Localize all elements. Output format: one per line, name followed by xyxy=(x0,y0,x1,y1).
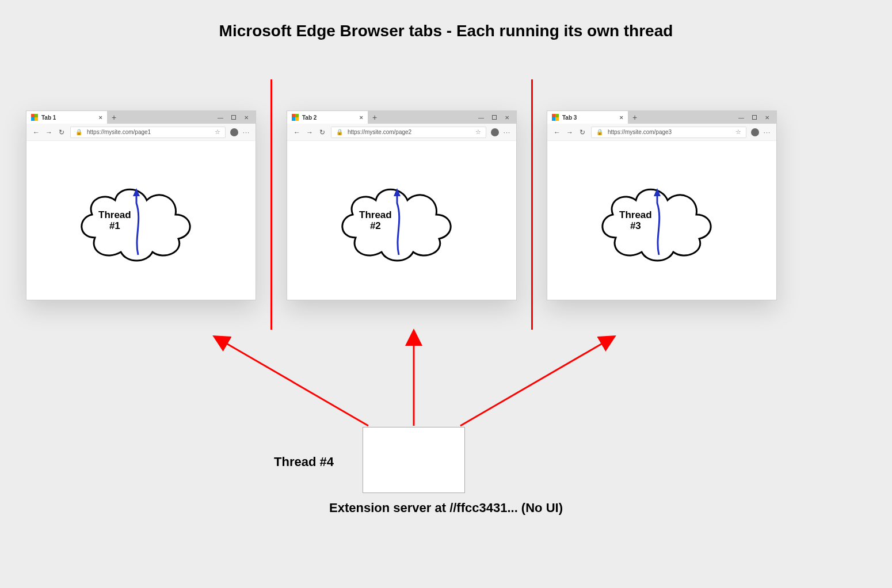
tab-close-icon[interactable]: × xyxy=(620,114,623,121)
close-icon[interactable]: ✕ xyxy=(244,114,249,121)
lock-icon: 🔒 xyxy=(596,129,603,135)
browser-tab[interactable]: Tab 2 × xyxy=(287,111,368,124)
edge-logo-icon xyxy=(31,114,38,121)
close-icon[interactable]: ✕ xyxy=(765,114,769,121)
server-caption: Extension server at //ffcc3431... (No UI… xyxy=(0,501,892,516)
tab-title: Tab 3 xyxy=(562,114,577,121)
url-text: https://mysite.com/page1 xyxy=(87,129,151,135)
url-field[interactable]: 🔒 https://mysite.com/page3 ☆ xyxy=(591,127,746,138)
forward-icon[interactable]: → xyxy=(45,128,53,136)
titlebar: Tab 3 × + — ✕ xyxy=(547,111,776,124)
url-field[interactable]: 🔒 https://mysite.com/page2 ☆ xyxy=(331,127,486,138)
server-thread-label: Thread #4 xyxy=(274,455,334,469)
diagram-title: Microsoft Edge Browser tabs - Each runni… xyxy=(0,22,892,40)
forward-icon[interactable]: → xyxy=(566,128,574,136)
tab-close-icon[interactable]: × xyxy=(99,114,102,121)
thread-cloud-icon xyxy=(72,169,210,272)
more-icon[interactable]: ··· xyxy=(504,129,510,136)
minimize-icon[interactable]: — xyxy=(478,114,484,121)
minimize-icon[interactable]: — xyxy=(218,114,223,121)
url-text: https://mysite.com/page3 xyxy=(608,129,672,135)
edge-logo-icon xyxy=(552,114,559,121)
window-controls: — ✕ xyxy=(738,111,776,124)
window-controls: — ✕ xyxy=(478,111,516,124)
more-icon[interactable]: ··· xyxy=(243,129,250,136)
refresh-icon[interactable]: ↻ xyxy=(578,128,586,136)
avatar-icon[interactable] xyxy=(230,128,238,136)
address-bar: ← → ↻ 🔒 https://mysite.com/page2 ☆ ··· xyxy=(287,124,516,141)
thread-cloud-icon xyxy=(333,169,471,272)
url-text: https://mysite.com/page2 xyxy=(348,129,411,135)
page-content: Thread #1 xyxy=(26,141,256,300)
extension-server-box xyxy=(363,427,465,493)
thread-label-line1: Thread xyxy=(619,209,652,220)
thread-label-line2: #1 xyxy=(109,220,120,231)
maximize-icon[interactable] xyxy=(492,115,497,120)
close-icon[interactable]: ✕ xyxy=(505,114,509,121)
browser-tab[interactable]: Tab 1 × xyxy=(26,111,107,124)
back-icon[interactable]: ← xyxy=(553,128,561,136)
url-field[interactable]: 🔒 https://mysite.com/page1 ☆ xyxy=(70,127,226,138)
maximize-icon[interactable] xyxy=(231,115,236,120)
star-icon[interactable]: ☆ xyxy=(215,128,220,136)
back-icon[interactable]: ← xyxy=(293,128,301,136)
tab-title: Tab 1 xyxy=(41,114,56,121)
titlebar: Tab 1 × + — ✕ xyxy=(26,111,256,124)
maximize-icon[interactable] xyxy=(752,115,757,120)
titlebar: Tab 2 × + — ✕ xyxy=(287,111,516,124)
svg-line-6 xyxy=(460,342,604,426)
thread-label-line2: #2 xyxy=(370,220,381,231)
star-icon[interactable]: ☆ xyxy=(735,128,741,136)
browser-window-1: Tab 1 × + — ✕ ← → ↻ 🔒 https://mysite.com… xyxy=(26,110,256,300)
thread-label-line1: Thread xyxy=(98,209,131,220)
refresh-icon[interactable]: ↻ xyxy=(318,128,326,136)
address-bar: ← → ↻ 🔒 https://mysite.com/page1 ☆ ··· xyxy=(26,124,256,141)
avatar-icon[interactable] xyxy=(491,128,499,136)
star-icon[interactable]: ☆ xyxy=(475,128,481,136)
thread-cloud-icon xyxy=(593,169,731,272)
refresh-icon[interactable]: ↻ xyxy=(58,128,66,136)
thread-label-line2: #3 xyxy=(630,220,641,231)
browser-window-2: Tab 2 × + — ✕ ← → ↻ 🔒 https://mysite.com… xyxy=(287,110,517,300)
more-icon[interactable]: ··· xyxy=(764,129,771,136)
lock-icon: 🔒 xyxy=(336,129,343,135)
separator-line xyxy=(270,79,272,330)
new-tab-button[interactable]: + xyxy=(107,111,121,124)
window-controls: — ✕ xyxy=(218,111,256,124)
new-tab-button[interactable]: + xyxy=(368,111,382,124)
edge-logo-icon xyxy=(292,114,299,121)
lock-icon: 🔒 xyxy=(75,129,82,135)
page-content: Thread #3 xyxy=(547,141,776,300)
tab-title: Tab 2 xyxy=(302,114,317,121)
minimize-icon[interactable]: — xyxy=(738,114,744,121)
back-icon[interactable]: ← xyxy=(32,128,40,136)
new-tab-button[interactable]: + xyxy=(628,111,642,124)
tab-close-icon[interactable]: × xyxy=(360,114,363,121)
browser-window-3: Tab 3 × + — ✕ ← → ↻ 🔒 https://mysite.com… xyxy=(547,110,777,300)
separator-line xyxy=(531,79,533,330)
avatar-icon[interactable] xyxy=(751,128,759,136)
page-content: Thread #2 xyxy=(287,141,516,300)
svg-line-4 xyxy=(224,342,368,426)
forward-icon[interactable]: → xyxy=(306,128,314,136)
browser-tab[interactable]: Tab 3 × xyxy=(547,111,628,124)
thread-label-line1: Thread xyxy=(359,209,392,220)
address-bar: ← → ↻ 🔒 https://mysite.com/page3 ☆ ··· xyxy=(547,124,776,141)
